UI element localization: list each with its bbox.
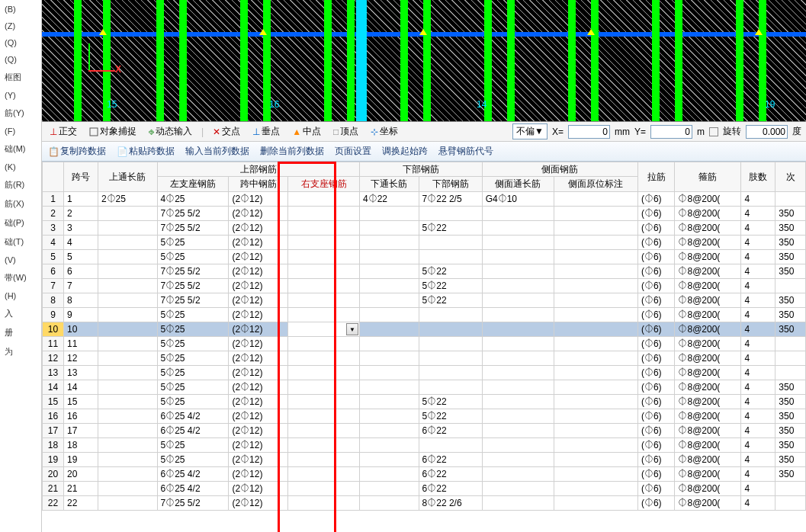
table-cell[interactable]: [419, 250, 482, 264]
table-cell[interactable]: [359, 207, 419, 221]
table-cell[interactable]: 5⏀22: [419, 221, 482, 236]
left-panel-item[interactable]: (Q): [2, 53, 40, 66]
table-row[interactable]: 14145⏀25(2⏀12)(⏀6)⏀8@200(4350: [43, 380, 806, 395]
table-cell[interactable]: [554, 496, 637, 511]
table-cell[interactable]: [359, 308, 419, 322]
table-cell[interactable]: 3: [43, 221, 64, 236]
adjust-span-button[interactable]: 调换起始跨: [382, 145, 428, 158]
table-cell[interactable]: 6⏀22: [419, 424, 482, 438]
table-row[interactable]: 887⏀25 5/2(2⏀12)5⏀22(⏀6)⏀8@200(4350: [43, 293, 806, 308]
table-cell[interactable]: ⏀8@200(: [675, 424, 741, 438]
table-cell[interactable]: 21: [43, 482, 64, 496]
table-cell[interactable]: 4: [741, 424, 775, 438]
table-cell[interactable]: 5⏀22: [419, 264, 482, 279]
table-cell[interactable]: (2⏀12): [229, 221, 288, 236]
table-cell[interactable]: (⏀6): [637, 366, 675, 380]
table-row[interactable]: 555⏀25(2⏀12)(⏀6)⏀8@200(4350: [43, 250, 806, 264]
table-row[interactable]: 15155⏀25(2⏀12)5⏀22(⏀6)⏀8@200(4350: [43, 395, 806, 409]
table-cell[interactable]: (2⏀12): [229, 453, 288, 467]
table-row[interactable]: 19195⏀25(2⏀12)6⏀22(⏀6)⏀8@200(4350: [43, 453, 806, 467]
table-cell[interactable]: (2⏀12): [229, 395, 288, 409]
dyninput-toggle[interactable]: ⎆动态输入: [146, 123, 195, 139]
table-cell[interactable]: [98, 221, 157, 236]
table-cell[interactable]: 4: [741, 207, 775, 221]
table-row[interactable]: 17176⏀25 4/2(2⏀12)6⏀22(⏀6)⏀8@200(4350: [43, 424, 806, 438]
col-bot[interactable]: 下部钢筋: [419, 177, 482, 192]
table-cell[interactable]: 5: [64, 250, 98, 264]
table-cell[interactable]: (⏀6): [637, 438, 675, 453]
table-cell[interactable]: ⏀8@200(: [675, 264, 741, 279]
table-cell[interactable]: 4: [741, 366, 775, 380]
table-cell[interactable]: (2⏀12): [229, 293, 288, 308]
copy-span-button[interactable]: 📋复制跨数据: [48, 145, 106, 158]
table-cell[interactable]: 4: [741, 351, 775, 366]
table-cell[interactable]: [359, 395, 419, 409]
table-cell[interactable]: [98, 482, 157, 496]
table-cell[interactable]: 4: [741, 308, 775, 322]
table-cell[interactable]: 4: [741, 322, 775, 337]
table-cell[interactable]: [482, 236, 554, 250]
table-cell[interactable]: [288, 453, 360, 467]
col-legs[interactable]: 肢数: [741, 162, 775, 192]
table-cell[interactable]: 9: [64, 308, 98, 322]
table-row[interactable]: 21216⏀25 4/2(2⏀12)6⏀22(⏀6)⏀8@200(4: [43, 482, 806, 496]
table-cell[interactable]: [482, 395, 554, 409]
table-row[interactable]: 18185⏀25(2⏀12)(⏀6)⏀8@200(4350: [43, 438, 806, 453]
table-cell[interactable]: [482, 337, 554, 351]
table-cell[interactable]: 13: [64, 366, 98, 380]
table-cell[interactable]: [98, 380, 157, 395]
table-cell[interactable]: [482, 351, 554, 366]
table-cell[interactable]: [288, 192, 360, 207]
table-cell[interactable]: 7: [64, 279, 98, 293]
table-cell[interactable]: [359, 438, 419, 453]
perp-snap[interactable]: ⊥垂点: [249, 123, 283, 139]
table-cell[interactable]: G4⏀10: [482, 192, 554, 207]
col-span-no[interactable]: 跨号: [64, 162, 98, 192]
table-cell[interactable]: ⏀8@200(: [675, 453, 741, 467]
table-cell[interactable]: [775, 366, 806, 380]
table-cell[interactable]: (⏀6): [637, 293, 675, 308]
table-cell[interactable]: 5⏀25: [157, 395, 229, 409]
table-cell[interactable]: ⏀8@200(: [675, 192, 741, 207]
left-panel-item[interactable]: (Q): [2, 37, 40, 49]
table-cell[interactable]: 4: [741, 236, 775, 250]
table-cell[interactable]: [98, 453, 157, 467]
table-cell[interactable]: [288, 366, 360, 380]
page-setup-button[interactable]: 页面设置: [335, 145, 371, 158]
table-cell[interactable]: 5⏀25: [157, 453, 229, 467]
left-panel-item[interactable]: 筋(X): [2, 197, 40, 211]
table-cell[interactable]: ⏀8@200(: [675, 207, 741, 221]
table-cell[interactable]: [419, 207, 482, 221]
table-cell[interactable]: 4: [741, 380, 775, 395]
table-cell[interactable]: [359, 496, 419, 511]
col-top-thru[interactable]: 上通长筋: [98, 162, 157, 192]
table-cell[interactable]: ⏀8@200(: [675, 496, 741, 511]
table-cell[interactable]: (2⏀12): [229, 467, 288, 482]
table-cell[interactable]: 4: [741, 221, 775, 236]
table-cell[interactable]: 7⏀25 5/2: [157, 207, 229, 221]
paste-span-button[interactable]: 📄粘贴跨数据: [117, 145, 175, 158]
table-cell[interactable]: 6: [43, 264, 64, 279]
table-cell[interactable]: [482, 264, 554, 279]
rebar-table[interactable]: 跨号 上通长筋 上部钢筋 下部钢筋 侧面钢筋 拉筋 箍筋 肢数 次 左支座钢筋 …: [42, 162, 806, 511]
table-cell[interactable]: [98, 293, 157, 308]
table-cell[interactable]: [419, 351, 482, 366]
table-cell[interactable]: [288, 279, 360, 293]
table-cell[interactable]: 350: [775, 236, 806, 250]
table-cell[interactable]: 4⏀22: [359, 192, 419, 207]
input-column-button[interactable]: 输入当前列数据: [185, 145, 249, 158]
table-cell[interactable]: (2⏀12): [229, 207, 288, 221]
left-panel-item[interactable]: 册: [2, 325, 40, 340]
table-cell[interactable]: [554, 351, 637, 366]
table-cell[interactable]: 7: [43, 279, 64, 293]
left-panel-item[interactable]: (Y): [2, 89, 40, 101]
table-cell[interactable]: 16: [64, 409, 98, 424]
table-cell[interactable]: [288, 207, 360, 221]
table-cell[interactable]: [554, 279, 637, 293]
table-cell[interactable]: ⏀8@200(: [675, 438, 741, 453]
left-panel-item[interactable]: 筋(Y): [2, 106, 40, 120]
table-cell[interactable]: [419, 438, 482, 453]
table-cell[interactable]: 7⏀25 5/2: [157, 496, 229, 511]
table-cell[interactable]: 5⏀22: [419, 279, 482, 293]
table-cell[interactable]: (2⏀12): [229, 496, 288, 511]
